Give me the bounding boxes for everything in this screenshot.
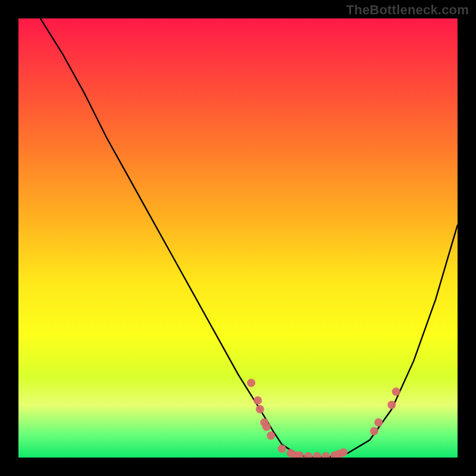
marker-dot [256,405,264,414]
marker-group [247,379,400,458]
marker-dot [339,448,347,456]
marker-dot [262,422,271,431]
chart-stage: TheBottleneck.com [0,0,476,476]
marker-dot [313,452,321,458]
watermark-text: TheBottleneck.com [346,2,469,18]
marker-dot [387,400,396,409]
chart-svg [18,18,458,458]
plot-area [18,18,458,458]
marker-dot [392,387,400,396]
marker-dot [278,444,286,453]
marker-dot [253,396,262,405]
marker-dot [304,452,312,458]
marker-dot [267,431,275,440]
marker-dot [374,418,383,427]
marker-dot [322,452,330,458]
marker-dot [370,427,378,436]
marker-dot [247,379,255,387]
